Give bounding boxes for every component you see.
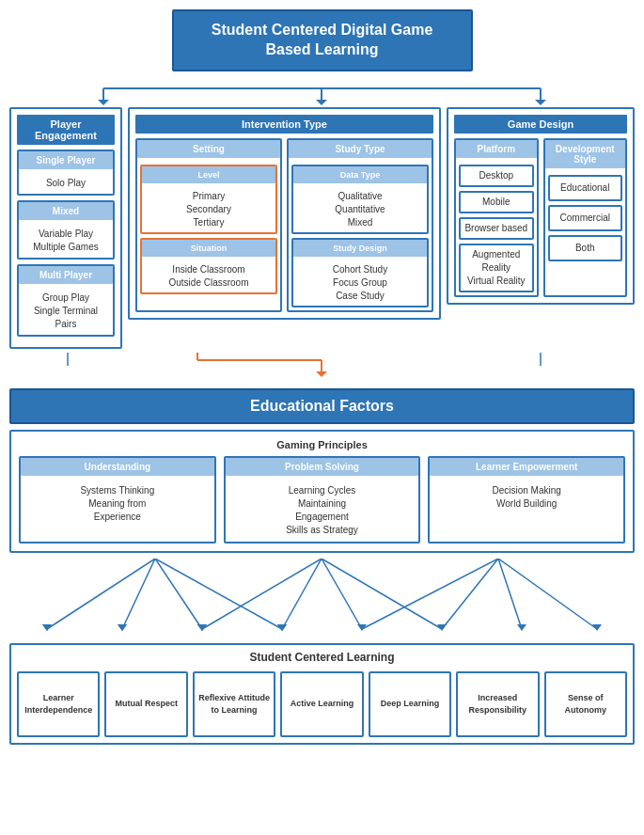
- educational-factors-section: Educational Factors Gaming Principles Un…: [9, 388, 635, 745]
- sense-of-autonomy-text: Sense of Autonomy: [549, 692, 622, 716]
- intervention-section: Intervention Type Setting Level PrimaryS…: [128, 107, 441, 320]
- multi-player-text: Group PlaySingle TerminalPairs: [19, 288, 113, 335]
- student-centered-learning-title: Student Centered Learning: [17, 651, 627, 664]
- svg-marker-30: [517, 624, 526, 631]
- ar-vr-text: Augmented RealityVirtual Reality: [461, 245, 532, 291]
- active-learning-text: Active Learning: [291, 698, 354, 710]
- dev-style-box: Development Style Educational Commercial…: [543, 138, 628, 297]
- study-type-box: Study Type Data Type QualitativeQuantita…: [287, 138, 433, 312]
- mixed-box: Mixed Variable PlayMultiple Games: [17, 200, 115, 260]
- understanding-box: Understanding Systems ThinkingMeaning fr…: [19, 456, 216, 544]
- mixed-text: Variable PlayMultiple Games: [19, 224, 113, 258]
- sense-of-autonomy-box: Sense of Autonomy: [544, 671, 627, 737]
- study-type-header: Study Type: [289, 140, 432, 158]
- commercial-text: Commercial: [550, 207, 621, 229]
- svg-marker-4: [316, 100, 327, 105]
- study-design-text: Cohort StudyFocus GroupCase Study: [293, 260, 427, 306]
- svg-line-28: [442, 559, 498, 629]
- page: { "title": "Student Centered Digital Gam…: [0, 0, 644, 754]
- understanding-text: Systems ThinkingMeaning fromExperience: [21, 480, 214, 528]
- ar-vr-box: Augmented RealityVirtual Reality: [459, 244, 534, 292]
- learner-empowerment-header: Learner Empowerment: [430, 458, 623, 476]
- situation-text: Inside ClassroomOutside Classroom: [142, 260, 275, 292]
- svg-line-22: [282, 559, 322, 629]
- svg-marker-6: [535, 100, 546, 105]
- increased-responsibility-box: Increased Responsibility: [456, 671, 539, 737]
- educational-factors-title: Educational Factors: [9, 388, 635, 424]
- educational-box: Educational: [548, 175, 623, 201]
- data-type-text: QualitativeQuantitativeMixed: [293, 187, 427, 232]
- three-columns: Player Engagement Single Player Solo Pla…: [9, 107, 635, 349]
- scl-boxes-row: Learner Interdependence Mutual Respect R…: [17, 671, 627, 737]
- learner-interdependence-text: Learner Interdependence: [22, 692, 95, 716]
- study-design-box: Study Design Cohort StudyFocus GroupCase…: [291, 238, 429, 307]
- single-player-box: Single Player Solo Play: [17, 150, 115, 196]
- svg-line-31: [498, 559, 597, 629]
- mobile-box: Mobile: [459, 191, 534, 213]
- connector-svg: [9, 559, 635, 643]
- level-header: Level: [142, 166, 275, 183]
- platform-header: Platform: [456, 140, 537, 158]
- player-engagement-section: Player Engagement Single Player Solo Pla…: [9, 107, 122, 349]
- mobile-text: Mobile: [461, 193, 532, 212]
- intervention-grid: Setting Level PrimarySecondaryTertiary S…: [135, 138, 433, 312]
- svg-marker-32: [592, 624, 602, 631]
- svg-line-17: [155, 559, 202, 629]
- study-design-header: Study Design: [293, 240, 427, 257]
- multi-player-header: Multi Player: [19, 266, 113, 284]
- data-type-box: Data Type QualitativeQuantitativeMixed: [291, 165, 429, 234]
- connector-lines-area: [9, 559, 635, 643]
- game-design-header: Game Design: [454, 115, 627, 134]
- gaming-principles-section: Gaming Principles Understanding Systems …: [9, 430, 635, 553]
- understanding-header: Understanding: [21, 458, 214, 476]
- mixed-header: Mixed: [19, 202, 113, 220]
- deep-learning-box: Deep Learning: [369, 671, 451, 737]
- browser-box: Browser based: [459, 217, 534, 240]
- svg-line-23: [322, 559, 362, 629]
- setting-box: Setting Level PrimarySecondaryTertiary S…: [135, 138, 282, 312]
- reflexive-attitude-text: Reflexive Attitude to Learning: [197, 692, 271, 716]
- svg-line-29: [498, 559, 522, 629]
- gaming-principles-label: Gaming Principles: [19, 439, 625, 450]
- player-engagement-header: Player Engagement: [17, 115, 115, 145]
- mutual-respect-box: Mutual Respect: [104, 671, 187, 737]
- desktop-box: Desktop: [459, 165, 534, 187]
- dev-style-header: Development Style: [545, 140, 626, 168]
- gaming-three-boxes: Understanding Systems ThinkingMeaning fr…: [19, 456, 625, 544]
- svg-marker-2: [98, 100, 109, 105]
- data-type-header: Data Type: [293, 166, 427, 183]
- learner-interdependence-box: Learner Interdependence: [17, 671, 100, 737]
- both-box: Both: [548, 235, 623, 261]
- deep-learning-text: Deep Learning: [381, 698, 440, 710]
- educational-text: Educational: [550, 177, 621, 199]
- browser-text: Browser based: [461, 219, 532, 238]
- increased-responsibility-text: Increased Responsibility: [461, 692, 534, 716]
- commercial-box: Commercial: [548, 205, 623, 231]
- learner-empowerment-text: Decision MakingWorld Building: [430, 480, 623, 515]
- svg-marker-11: [316, 371, 327, 377]
- situation-header: Situation: [142, 240, 275, 257]
- problem-solving-box: Problem Solving Learning CyclesMaintaini…: [224, 456, 421, 544]
- level-text: PrimarySecondaryTertiary: [142, 187, 275, 232]
- active-learning-box: Active Learning: [280, 671, 363, 737]
- student-centered-learning-section: Student Centered Learning Learner Interd…: [9, 643, 635, 745]
- level-box: Level PrimarySecondaryTertiary: [140, 165, 277, 234]
- situation-box: Situation Inside ClassroomOutside Classr…: [140, 238, 277, 294]
- desktop-text: Desktop: [461, 166, 532, 185]
- both-text: Both: [550, 237, 621, 260]
- single-player-header: Single Player: [19, 151, 113, 169]
- game-design-section: Game Design Platform Desktop Mobile Brow…: [447, 107, 635, 305]
- platform-box: Platform Desktop Mobile Browser based Au…: [454, 138, 539, 297]
- svg-marker-34: [118, 624, 127, 631]
- main-title: Student Centered Digital Game Based Lear…: [172, 9, 473, 71]
- learner-empowerment-box: Learner Empowerment Decision MakingWorld…: [428, 456, 625, 544]
- game-inner-grid: Platform Desktop Mobile Browser based Au…: [454, 138, 627, 297]
- setting-header: Setting: [137, 140, 280, 158]
- problem-solving-header: Problem Solving: [226, 458, 419, 476]
- single-player-text: Solo Play: [19, 173, 113, 194]
- intervention-header: Intervention Type: [135, 115, 433, 134]
- reflexive-attitude-box: Reflexive Attitude to Learning: [193, 671, 275, 737]
- problem-solving-text: Learning CyclesMaintainingEngagementSkil…: [226, 480, 419, 542]
- mutual-respect-text: Mutual Respect: [115, 698, 178, 710]
- multi-player-box: Multi Player Group PlaySingle TerminalPa…: [17, 264, 115, 337]
